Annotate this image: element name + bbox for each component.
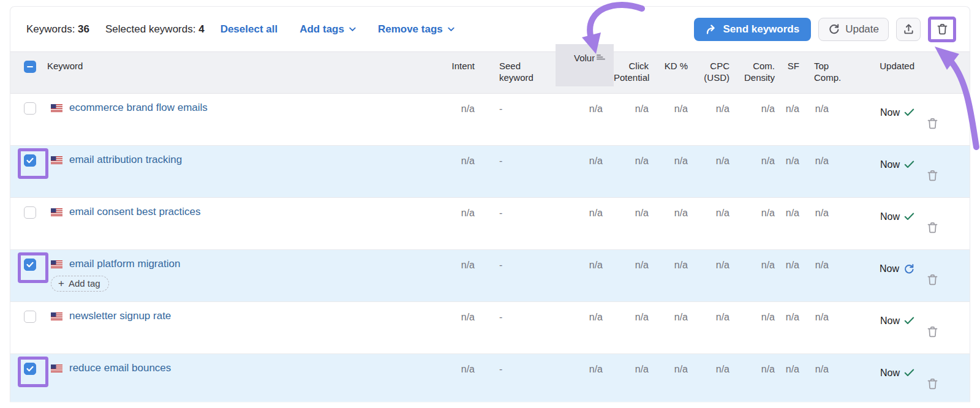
- updated-check-icon: [904, 213, 914, 221]
- header-sf[interactable]: SF: [778, 52, 803, 93]
- keyword-link[interactable]: email platform migration: [69, 258, 180, 270]
- delete-keyword-button[interactable]: [927, 207, 938, 249]
- header-com-line2: Density: [733, 72, 775, 83]
- export-button[interactable]: [896, 18, 921, 41]
- seed-keyword-cell: -: [482, 146, 556, 197]
- seed-keyword-cell: -: [482, 94, 556, 145]
- selected-count-value: 4: [198, 23, 204, 35]
- keyword-link[interactable]: email consent best practices: [69, 206, 201, 218]
- row-actions-cell: [917, 198, 948, 249]
- keyword-link[interactable]: ecommerce brand flow emails: [69, 102, 208, 114]
- row-filler: [948, 198, 970, 249]
- keyword-link[interactable]: reduce email bounces: [69, 362, 171, 374]
- header-updated[interactable]: Updated: [832, 52, 917, 93]
- header-keyword[interactable]: Keyword: [39, 52, 423, 93]
- row-checkbox-cell: [10, 250, 39, 301]
- updated-value: Now: [880, 368, 900, 379]
- delete-keyword-button[interactable]: [927, 155, 938, 197]
- cpc-cell: n/a: [692, 94, 733, 145]
- delete-keyword-button[interactable]: [927, 103, 938, 145]
- row-checkbox[interactable]: [24, 102, 36, 115]
- row-filler: [948, 354, 970, 402]
- row-checkbox-cell: [10, 146, 39, 197]
- update-button[interactable]: Update: [818, 18, 889, 41]
- send-keywords-button[interactable]: Send keywords: [694, 18, 811, 41]
- header-com-density[interactable]: Com. Density: [733, 52, 778, 93]
- us-flag-icon: [51, 365, 62, 372]
- table-row: reduce email bounces n/a - n/a n/a n/a n…: [10, 354, 970, 402]
- row-checkbox[interactable]: [24, 154, 36, 167]
- updated-check-icon: [904, 108, 914, 116]
- delete-keyword-button[interactable]: [927, 363, 938, 402]
- updated-cell: Now: [832, 354, 917, 381]
- select-all-checkbox[interactable]: [24, 61, 36, 73]
- header-click-potential[interactable]: Click Potential: [614, 52, 652, 93]
- header-seed-line2: keyword: [499, 72, 556, 83]
- row-actions-cell: [917, 146, 948, 197]
- keyword-link[interactable]: email attribution tracking: [69, 154, 182, 166]
- row-checkbox[interactable]: [24, 259, 36, 271]
- table-header: Keyword Intent Seed keyword Volume Click…: [10, 51, 970, 94]
- intent-cell: n/a: [423, 198, 482, 249]
- top-comp-cell: n/a: [803, 302, 832, 353]
- row-checkbox[interactable]: [24, 311, 36, 323]
- add-tag-button[interactable]: + Add tag: [51, 276, 109, 292]
- us-flag-icon: [51, 104, 62, 112]
- us-flag-icon: [51, 260, 62, 268]
- sf-cell: n/a: [778, 354, 803, 402]
- trash-icon: [937, 23, 948, 35]
- header-volume-sorted[interactable]: Volume: [556, 44, 614, 86]
- updated-check-icon: [904, 161, 914, 168]
- header-top-comp[interactable]: Top Comp.: [803, 52, 832, 93]
- add-tags-dropdown[interactable]: Add tags: [300, 23, 356, 36]
- top-comp-cell: n/a: [803, 94, 832, 145]
- table-row: newsletter signup rate n/a - n/a n/a n/a…: [10, 302, 970, 354]
- kd-cell: n/a: [652, 198, 692, 249]
- intent-cell: n/a: [423, 354, 482, 402]
- delete-keyword-button[interactable]: [927, 259, 938, 301]
- intent-cell: n/a: [423, 94, 482, 145]
- click-potential-cell: n/a: [614, 94, 652, 145]
- delete-keywords-button[interactable]: [928, 17, 956, 42]
- row-actions-cell: [917, 94, 948, 145]
- sf-cell: n/a: [778, 250, 803, 301]
- click-potential-cell: n/a: [614, 302, 652, 353]
- intent-cell: n/a: [423, 302, 482, 353]
- remove-tags-dropdown[interactable]: Remove tags: [378, 23, 454, 36]
- table-row: email consent best practices n/a - n/a n…: [10, 198, 970, 250]
- send-keywords-label: Send keywords: [723, 23, 799, 36]
- delete-keyword-button[interactable]: [927, 311, 938, 353]
- header-com-line1: Com.: [733, 60, 775, 72]
- volume-cell: n/a: [556, 354, 614, 402]
- row-checkbox-highlight: [24, 154, 36, 167]
- row-checkbox-highlight: [24, 259, 36, 271]
- header-seed-keyword[interactable]: Seed keyword: [482, 52, 556, 93]
- us-flag-icon: [51, 208, 62, 216]
- header-kd[interactable]: KD %: [652, 52, 692, 93]
- keyword-cell: email attribution tracking: [39, 146, 423, 197]
- header-click-line1: Click: [614, 60, 649, 72]
- row-filler: [948, 94, 970, 145]
- com-density-cell: n/a: [733, 198, 778, 249]
- row-checkbox-cell: [10, 354, 39, 402]
- row-checkbox-cell: [10, 302, 39, 353]
- keyword-link[interactable]: newsletter signup rate: [69, 310, 171, 322]
- header-cpc-line2: (USD): [692, 72, 729, 83]
- keyword-cell: email consent best practices: [39, 198, 423, 249]
- keyword-cell: email platform migration + Add tag: [39, 250, 423, 301]
- deselect-all-button[interactable]: Deselect all: [221, 23, 278, 36]
- com-density-cell: n/a: [733, 250, 778, 301]
- header-intent[interactable]: Intent: [423, 52, 482, 93]
- header-top-line1: Top: [814, 60, 832, 72]
- header-filler: [948, 52, 970, 93]
- row-checkbox[interactable]: [24, 363, 36, 375]
- seed-keyword-cell: -: [482, 302, 556, 353]
- row-actions-cell: [917, 250, 948, 301]
- select-all-cell: [10, 52, 39, 93]
- top-comp-cell: n/a: [803, 146, 832, 197]
- intent-cell: n/a: [423, 146, 482, 197]
- keyword-cell: newsletter signup rate: [39, 302, 423, 353]
- row-checkbox[interactable]: [24, 206, 36, 219]
- header-cpc[interactable]: CPC (USD): [692, 52, 733, 93]
- row-checkbox-highlight: [24, 363, 36, 375]
